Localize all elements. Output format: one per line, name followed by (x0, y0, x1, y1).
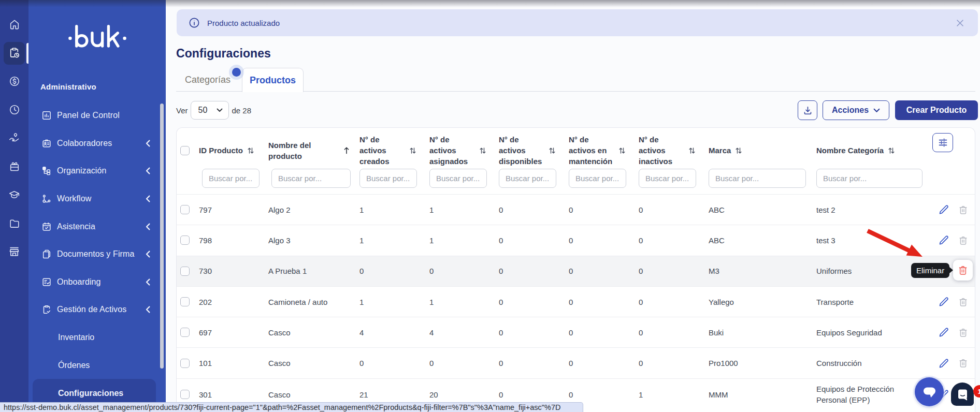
rail-item-marketplace[interactable] (0, 239, 28, 267)
sort-both-icon[interactable] (619, 146, 625, 155)
row-checkbox[interactable] (180, 205, 190, 214)
delete-icon[interactable] (958, 358, 968, 368)
column-header-activos-creados[interactable]: N° de activos creados (359, 134, 429, 167)
search-input-disponibles[interactable] (499, 169, 556, 188)
sidebar-item-workflow[interactable]: Workflow (28, 185, 166, 213)
rail-item-wellness[interactable] (0, 125, 28, 153)
sort-both-icon[interactable] (689, 146, 695, 155)
rail-item-home[interactable] (0, 11, 28, 39)
cell-creados: 0 (359, 266, 429, 276)
search-input-mantencion[interactable] (569, 169, 626, 188)
page-size-label: Ver (176, 106, 188, 115)
cell-categoria: test 2 (816, 204, 927, 215)
cell-id-producto: 301 (199, 389, 268, 400)
column-header-nombre-categoria[interactable]: Nombre Categoría (816, 145, 927, 156)
rail-item-asset-management[interactable] (0, 39, 28, 68)
cell-id-producto: 101 (199, 358, 268, 369)
chat-launcher-button[interactable] (915, 377, 944, 406)
sidebar-item-onboarding[interactable]: Onboarding (28, 268, 166, 296)
sidebar-item-organizacion[interactable]: Organización (28, 157, 166, 185)
column-header-id-producto[interactable]: ID Producto (199, 145, 268, 156)
sort-both-icon[interactable] (410, 146, 416, 155)
sort-both-icon[interactable] (736, 146, 742, 155)
column-header-activos-inactivos[interactable]: N° de activos inactivos (639, 134, 709, 167)
actions-button[interactable]: Acciones (823, 100, 889, 120)
table-row[interactable]: 101 Casco 0 0 0 0 0 Pro1000 Construcción (177, 347, 975, 378)
page-size-select[interactable]: 50 (191, 101, 229, 120)
cell-asignados: 0 (429, 266, 499, 276)
cell-disponibles: 0 (499, 235, 569, 246)
column-header-activos-disponibles[interactable]: N° de activos disponibles (499, 134, 569, 167)
search-input-id-producto[interactable] (202, 169, 260, 188)
row-checkbox[interactable] (180, 267, 190, 276)
search-input-marca[interactable] (709, 169, 806, 188)
sidebar-item-colaboradores[interactable]: Colaboradores (28, 129, 166, 157)
cell-disponibles: 0 (499, 204, 569, 215)
sidebar-subitem-ordenes[interactable]: Órdenes (28, 351, 166, 379)
buk-logo[interactable] (28, 25, 166, 50)
delete-icon[interactable] (958, 236, 968, 245)
row-checkbox[interactable] (180, 359, 190, 368)
calendar-check-icon (41, 222, 52, 232)
sidebar-subitem-inventario[interactable]: Inventario (28, 323, 166, 351)
rail-item-payroll[interactable] (0, 68, 28, 96)
cell-mantencion: 0 (569, 297, 639, 307)
tab-productos[interactable]: Productos (242, 68, 304, 92)
row-checkbox[interactable] (180, 236, 190, 245)
column-header-marca[interactable]: Marca (709, 145, 816, 156)
rail-item-benefits[interactable] (0, 153, 28, 182)
sidebar-item-asistencia[interactable]: Asistencia (28, 213, 166, 241)
table-row[interactable]: 730 A Prueba 1 0 0 0 0 0 M3 Uniformes (177, 256, 975, 286)
cell-asignados: 1 (429, 204, 499, 215)
search-input-asignados[interactable] (429, 169, 487, 188)
sidebar-item-documentos-y-firma[interactable]: Documentos y Firma (28, 240, 166, 268)
tab-categorias[interactable]: Categorías (176, 68, 239, 92)
sidebar-item-gestion-de-activos[interactable]: Gestión de Activos (28, 296, 166, 324)
table-row[interactable]: 797 Algo 2 1 1 0 0 0 ABC test 2 (177, 194, 975, 225)
create-product-button[interactable]: Crear Producto (895, 100, 978, 120)
table-row[interactable]: 202 Camioneta / auto 1 1 0 0 0 Yallego T… (177, 286, 975, 317)
column-settings-button[interactable] (932, 133, 953, 152)
sort-asc-icon[interactable] (343, 146, 350, 154)
edit-icon[interactable] (939, 297, 949, 307)
chat-bubble-icon (923, 386, 936, 399)
sort-both-icon[interactable] (248, 146, 254, 155)
sort-both-icon[interactable] (888, 146, 895, 155)
delete-icon[interactable] (958, 205, 968, 215)
column-header-nombre-del-producto[interactable]: Nombre del producto (268, 140, 359, 161)
support-chat-button[interactable] (951, 382, 974, 406)
search-input-categoria[interactable] (816, 169, 923, 188)
column-header-activos-en-mantencion[interactable]: N° de activos en mantención (569, 134, 639, 167)
edit-icon[interactable] (939, 358, 949, 369)
delete-tooltip: Eliminar (911, 263, 949, 278)
sort-both-icon[interactable] (549, 146, 555, 155)
cell-creados: 1 (359, 204, 429, 215)
search-input-creados[interactable] (359, 169, 417, 188)
row-checkbox[interactable] (180, 390, 190, 399)
rail-item-training[interactable] (0, 182, 28, 210)
table-row[interactable]: 697 Casco 4 4 0 0 0 Buki Equipos Segurid… (177, 317, 975, 347)
documents-icon (41, 249, 52, 259)
sidebar-scrollbar[interactable] (160, 104, 164, 369)
search-input-inactivos[interactable] (639, 169, 696, 188)
delete-icon[interactable] (958, 328, 968, 337)
delete-button-highlighted[interactable] (953, 260, 973, 281)
table-row[interactable]: 798 Algo 3 1 1 0 0 0 ABC test 3 (177, 225, 975, 255)
row-checkbox[interactable] (180, 328, 190, 337)
edit-icon[interactable] (939, 327, 949, 337)
rail-item-time[interactable] (0, 96, 28, 125)
sidebar-item-panel-de-control[interactable]: Panel de Control (28, 102, 166, 130)
banner-close-icon[interactable] (956, 19, 964, 27)
select-all-checkbox[interactable] (180, 146, 190, 155)
column-header-activos-asignados[interactable]: N° de activos asignados (429, 134, 499, 167)
delete-icon[interactable] (958, 297, 968, 307)
sort-both-icon[interactable] (480, 146, 486, 155)
sidebar-item-label: Onboarding (57, 277, 101, 287)
rail-item-files[interactable] (0, 210, 28, 239)
download-button[interactable] (798, 100, 817, 120)
storefront-icon (8, 246, 20, 260)
edit-icon[interactable] (939, 235, 949, 245)
row-checkbox[interactable] (180, 297, 190, 306)
edit-icon[interactable] (939, 204, 949, 215)
search-input-nombre[interactable] (271, 169, 351, 188)
